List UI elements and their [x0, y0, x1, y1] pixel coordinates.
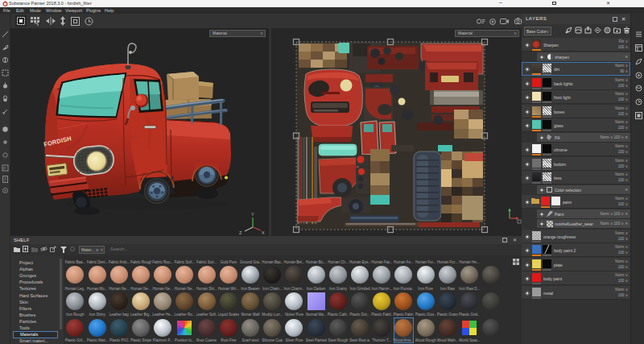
svg-text:Z: Z [239, 230, 242, 235]
svg-text:X: X [262, 230, 265, 235]
svg-text:Y: Y [251, 212, 254, 217]
svg-text:P: P [3, 166, 6, 171]
